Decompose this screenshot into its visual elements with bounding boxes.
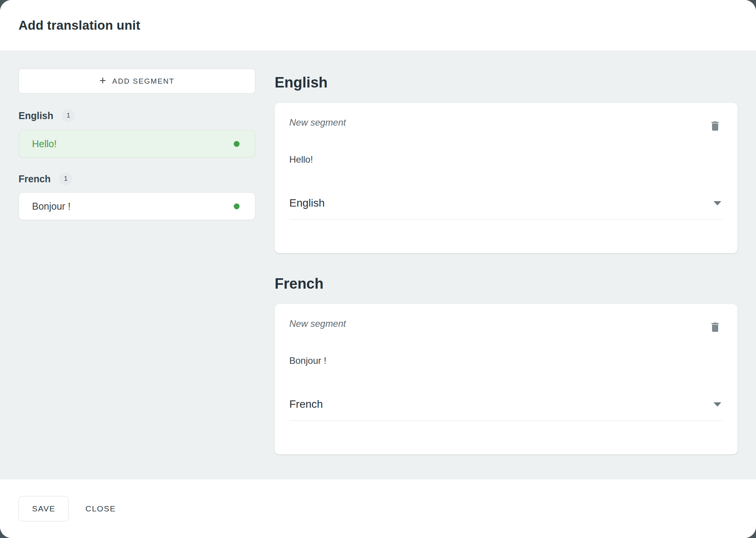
- editor-card-english: New segment Hello! English: [275, 103, 737, 253]
- delete-segment-button[interactable]: [709, 118, 723, 134]
- trash-icon: [709, 321, 723, 333]
- select-underline: [289, 420, 723, 421]
- segment-count-badge: 1: [62, 109, 75, 122]
- editor-card-top-row: New segment: [289, 318, 723, 331]
- delete-segment-button[interactable]: [709, 319, 723, 335]
- segment-text-field[interactable]: Hello!: [289, 154, 723, 165]
- dialog-footer: SAVE CLOSE: [0, 479, 756, 538]
- select-underline: [289, 219, 723, 220]
- add-segment-button[interactable]: + ADD SEGMENT: [19, 69, 255, 94]
- segment-chip-text: Bonjour !: [32, 201, 71, 212]
- new-segment-label: New segment: [289, 117, 346, 128]
- editor-card-french: New segment Bonjour ! French: [275, 304, 737, 454]
- new-segment-label: New segment: [289, 318, 346, 330]
- segment-chip-text: Hello!: [32, 138, 57, 150]
- save-button[interactable]: SAVE: [19, 496, 69, 521]
- language-row-english: English 1: [19, 109, 255, 122]
- locale-select-english[interactable]: English: [289, 196, 723, 210]
- segment-list-panel: + ADD SEGMENT English 1 Hello! French 1 …: [19, 50, 255, 479]
- locale-select-value: French: [289, 398, 323, 410]
- editor-heading-english: English: [275, 73, 737, 92]
- add-segment-label: ADD SEGMENT: [112, 77, 174, 86]
- editor-card-top-row: New segment: [289, 117, 723, 130]
- dropdown-arrow-icon: [714, 201, 721, 205]
- editor-heading-french: French: [275, 274, 737, 293]
- add-translation-unit-dialog: Add translation unit + ADD SEGMENT Engli…: [0, 0, 756, 538]
- plus-icon: +: [100, 75, 106, 86]
- segment-text-field[interactable]: Bonjour !: [289, 355, 723, 367]
- status-dot-icon: [234, 203, 240, 209]
- locale-select-french[interactable]: French: [289, 397, 723, 411]
- segment-editor-panel: English New segment Hello! English: [275, 50, 737, 479]
- dialog-body: + ADD SEGMENT English 1 Hello! French 1 …: [0, 50, 756, 479]
- status-dot-icon: [234, 141, 240, 147]
- close-button[interactable]: CLOSE: [83, 500, 118, 517]
- dropdown-arrow-icon: [714, 402, 721, 407]
- language-row-french: French 1: [19, 172, 255, 185]
- dialog-header: Add translation unit: [0, 0, 756, 50]
- segment-chip-french[interactable]: Bonjour !: [19, 192, 255, 220]
- segment-count-badge: 1: [59, 172, 72, 185]
- language-name: French: [19, 173, 51, 185]
- locale-select-value: English: [289, 197, 325, 209]
- language-name: English: [19, 110, 53, 121]
- dialog-title: Add translation unit: [19, 18, 140, 33]
- segment-chip-english[interactable]: Hello!: [19, 130, 255, 158]
- trash-icon: [709, 120, 723, 132]
